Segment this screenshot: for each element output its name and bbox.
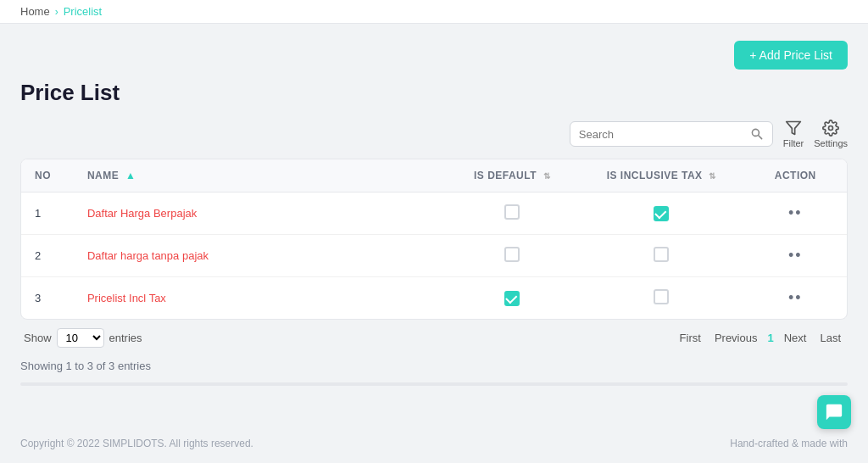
is-inclusive-tax-checkbox[interactable] [654, 247, 669, 262]
pagination-controls: First Previous 1 Next Last [676, 330, 844, 346]
show-label: Show [24, 332, 52, 344]
filter-icon [785, 120, 802, 137]
search-icon [750, 127, 764, 141]
sort-arrows-default-icon: ⇅ [543, 171, 550, 181]
header-row: + Add Price List [20, 41, 848, 70]
price-list-table-container: NO NAME ▲ IS DEFAULT ⇅ IS INCLUSIVE TAX … [20, 159, 848, 320]
table-row: 3Pricelist Incl Tax•• [21, 277, 847, 320]
table-footer-row: Show 10 25 50 100 entries First Previous… [20, 320, 848, 356]
breadcrumb-home[interactable]: Home [20, 5, 50, 18]
cell-name: Daftar Harga Berpajak [74, 192, 445, 235]
entries-select-group: Show 10 25 50 100 entries [24, 328, 142, 348]
entries-label: entries [109, 332, 142, 344]
chat-fab-button[interactable] [817, 395, 851, 429]
table-body: 1Daftar Harga Berpajak••2Daftar harga ta… [21, 192, 847, 320]
current-page: 1 [767, 332, 773, 344]
cell-no: 2 [21, 235, 74, 277]
table-row: 2Daftar harga tanpa pajak•• [21, 235, 847, 277]
next-page-button[interactable]: Next [781, 330, 810, 346]
table-header-row: NO NAME ▲ IS DEFAULT ⇅ IS INCLUSIVE TAX … [21, 159, 847, 192]
settings-icon [822, 120, 839, 137]
entries-per-page-select[interactable]: 10 25 50 100 [57, 328, 104, 348]
price-list-name-link[interactable]: Pricelist Incl Tax [87, 292, 166, 304]
cell-is-inclusive-tax [579, 277, 743, 320]
price-list-table: NO NAME ▲ IS DEFAULT ⇅ IS INCLUSIVE TAX … [21, 159, 847, 319]
action-menu-button[interactable]: •• [788, 289, 803, 306]
copyright-text: Copyright © 2022 SIMPLIDOTS. All rights … [20, 438, 253, 449]
is-inclusive-tax-checkbox[interactable] [654, 206, 669, 221]
table-row: 1Daftar Harga Berpajak•• [21, 192, 847, 235]
price-list-name-link[interactable]: Daftar Harga Berpajak [87, 207, 197, 220]
cell-is-inclusive-tax [579, 192, 743, 235]
settings-button[interactable]: Settings [814, 120, 848, 148]
first-page-button[interactable]: First [676, 330, 704, 346]
col-header-is-inclusive-tax[interactable]: IS INCLUSIVE TAX ⇅ [579, 159, 743, 192]
divider-bar [20, 382, 848, 386]
search-input[interactable] [579, 128, 750, 141]
chat-icon [825, 403, 843, 421]
svg-marker-0 [787, 122, 801, 135]
svg-point-1 [829, 126, 833, 131]
breadcrumb-separator: › [55, 6, 58, 18]
cell-action: •• [743, 277, 847, 320]
last-page-button[interactable]: Last [816, 330, 844, 346]
is-default-checkbox[interactable] [504, 247, 520, 262]
toolbar-row: Filter Settings [20, 120, 848, 148]
price-list-name-link[interactable]: Daftar harga tanpa pajak [87, 249, 209, 262]
breadcrumb: Home › Pricelist [0, 0, 868, 24]
page-title: Price List [20, 80, 848, 106]
site-footer: Copyright © 2022 SIMPLIDOTS. All rights … [0, 424, 868, 463]
cell-is-inclusive-tax [579, 235, 743, 277]
is-inclusive-tax-checkbox[interactable] [654, 289, 669, 304]
action-menu-button[interactable]: •• [788, 247, 803, 264]
filter-label: Filter [783, 138, 804, 148]
previous-page-button[interactable]: Previous [711, 330, 761, 346]
action-menu-button[interactable]: •• [788, 204, 803, 221]
showing-entries-text: Showing 1 to 3 of 3 entries [20, 356, 848, 376]
cell-is-default [445, 235, 579, 277]
sort-asc-icon: ▲ [125, 170, 136, 181]
search-icon-button[interactable] [750, 127, 764, 141]
handcrafted-text: Hand-crafted & made with [730, 438, 848, 449]
cell-name: Pricelist Incl Tax [74, 277, 445, 320]
sort-arrows-tax-icon: ⇅ [709, 171, 715, 181]
main-content: + Add Price List Price List Filter Setti… [0, 24, 868, 414]
cell-no: 3 [21, 277, 74, 320]
cell-is-default [445, 192, 579, 235]
settings-label: Settings [814, 138, 848, 148]
is-default-checkbox[interactable] [504, 204, 520, 220]
cell-action: •• [743, 235, 847, 277]
col-header-name[interactable]: NAME ▲ [74, 159, 445, 192]
is-default-checkbox[interactable] [504, 291, 520, 306]
filter-button[interactable]: Filter [783, 120, 804, 148]
cell-is-default [445, 277, 579, 320]
col-header-action: ACTION [743, 159, 847, 192]
cell-name: Daftar harga tanpa pajak [74, 235, 445, 277]
col-header-is-default[interactable]: IS DEFAULT ⇅ [445, 159, 579, 192]
col-header-no: NO [21, 159, 74, 192]
cell-no: 1 [21, 192, 74, 235]
search-wrapper [570, 121, 773, 147]
cell-action: •• [743, 192, 847, 235]
breadcrumb-current: Pricelist [64, 5, 103, 18]
add-price-list-button[interactable]: + Add Price List [734, 41, 848, 70]
